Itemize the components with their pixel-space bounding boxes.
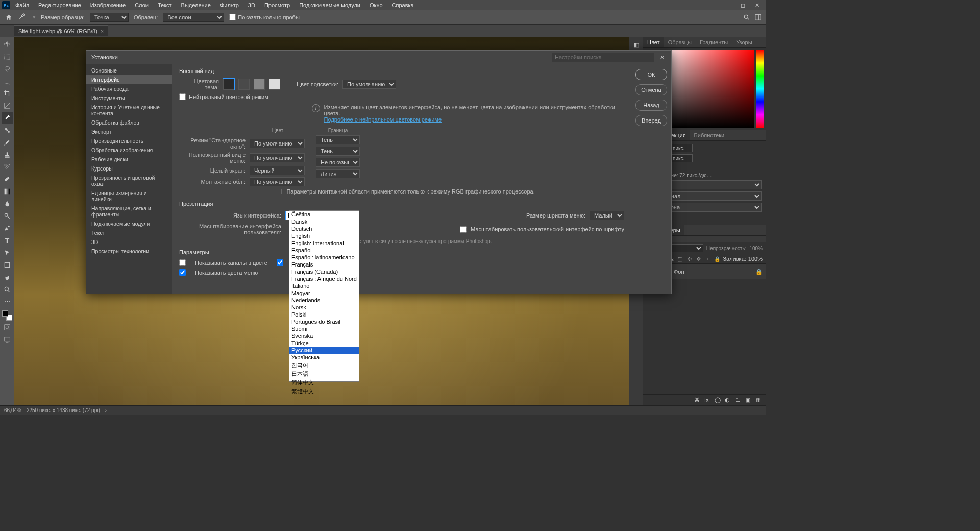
color-swatches[interactable] [2,310,12,321]
prefs-side-item[interactable]: Инструменты [86,93,172,103]
menu-text[interactable]: Текст [154,1,176,9]
shape-tool[interactable] [2,259,13,271]
dynamic-checkbox[interactable] [277,259,283,266]
prefs-side-item[interactable]: Курсоры [86,164,172,173]
prev-button[interactable]: Назад [635,100,667,111]
fx-icon[interactable]: fx [704,397,712,404]
zoom-tool[interactable] [2,284,13,295]
prefs-side-item[interactable]: Экспорт [86,127,172,136]
prefs-side-item[interactable]: История и Учетные данные контента [86,103,172,118]
prefs-side-item[interactable]: Обработка изображения [86,146,172,155]
prefs-side-item[interactable]: Единицы измерения и линейки [86,188,172,204]
gradient-tool[interactable] [2,186,13,197]
language-option[interactable]: Magyar [289,289,359,297]
panel-icon[interactable]: ◧ [631,40,642,50]
theme-swatch-3[interactable] [254,79,265,90]
language-option[interactable]: Українська [289,354,359,361]
ok-button[interactable]: ОК [635,69,667,80]
prefs-side-item[interactable]: Прозрачность и цветовой охват [86,173,172,188]
prefs-side-item[interactable]: Направляющие, сетка и фрагменты [86,204,172,219]
menu-color[interactable]: По умолчанию [250,153,305,162]
menu-edit[interactable]: Редактирование [34,1,85,9]
font-size-select[interactable]: Малый [590,211,624,220]
tab-color[interactable]: Цвет [643,37,664,47]
tab-gradients[interactable]: Градиенты [696,37,732,47]
menu-help[interactable]: Справка [388,1,418,9]
zoom-value[interactable]: 66,04% [4,407,21,413]
lock-all-icon[interactable]: ⬚ [677,255,684,262]
next-button[interactable]: Вперед [635,115,667,126]
lock-icon[interactable]: 🔒 [714,255,721,262]
eyedropper-tool[interactable] [2,112,13,124]
mask-icon[interactable]: ◯ [715,397,722,404]
language-option[interactable]: Türkçe [289,340,359,347]
trash-icon[interactable]: 🗑 [755,397,763,404]
theme-swatch-2[interactable] [238,79,250,90]
tab-patterns[interactable]: Узоры [732,37,756,47]
language-option[interactable]: Svenska [289,332,359,340]
brush-tool[interactable] [2,137,13,148]
prefs-side-item[interactable]: Рабочие диски [86,155,172,164]
sample-select[interactable]: Все слои [163,13,224,22]
menu-select[interactable]: Выделение [177,1,215,9]
tab-libraries[interactable]: Библиотеки [690,130,729,140]
adj-icon[interactable]: ◐ [725,397,732,404]
language-option[interactable]: Português do Brasil [289,318,359,325]
lock-pixels-icon[interactable]: ✢ [686,255,693,262]
language-option[interactable]: English [289,232,359,239]
prefs-side-item[interactable]: Текст [86,228,172,237]
heal-tool[interactable] [2,125,13,136]
art-color[interactable]: По умолчанию [250,177,305,186]
new-layer-icon[interactable]: ▣ [745,397,752,404]
menu-window[interactable]: Окно [365,1,387,9]
language-option[interactable]: Norsk [289,304,359,311]
language-option[interactable]: 한국어 [289,361,359,370]
scale-ui-checkbox[interactable] [460,226,467,233]
language-option[interactable]: English: International [289,239,359,247]
close-tab-icon[interactable]: × [101,28,104,34]
art-border[interactable]: Линия [316,169,360,178]
minimize-icon[interactable]: — [722,1,735,10]
menu-view[interactable]: Просмотр [260,1,294,9]
path-tool[interactable] [2,247,13,258]
highlight-select[interactable]: По умолчанию [342,80,396,89]
home-icon[interactable] [4,13,13,22]
more-tools[interactable]: ⋯ [2,296,13,307]
folder-icon[interactable]: 🗀 [735,397,742,404]
language-option[interactable]: Nederlands [289,297,359,304]
language-option[interactable]: Italiano [289,282,359,289]
prefs-side-item[interactable]: Просмотры технологии [86,247,172,256]
language-option[interactable]: 简体中文 [289,378,359,387]
theme-swatch-1[interactable] [223,79,234,90]
menu-plugins[interactable]: Подключаемые модули [295,1,364,9]
stamp-tool[interactable] [2,149,13,160]
language-option[interactable]: Deutsch [289,225,359,232]
theme-swatch-4[interactable] [269,79,280,90]
language-option[interactable]: Español [289,247,359,254]
show-channels-checkbox[interactable] [179,259,186,266]
cancel-button[interactable]: Отмена [635,84,667,95]
language-option[interactable]: Русский [289,347,359,354]
std-color[interactable]: По умолчанию [250,139,305,148]
language-option[interactable]: Suomi [289,325,359,332]
menu-image[interactable]: Изображение [86,1,130,9]
frame-tool[interactable] [2,100,13,111]
language-option[interactable]: Français [289,261,359,268]
prefs-search[interactable] [552,53,654,62]
move-tool[interactable] [2,39,13,50]
menu-layers[interactable]: Слои [131,1,153,9]
eraser-tool[interactable] [2,174,13,185]
prefs-side-item[interactable]: Подключаемые модули [86,219,172,228]
neutral-link[interactable]: Подробнее о нейтральном цветовом режиме [324,116,442,123]
language-option[interactable]: Español: latinoamericano [289,254,359,261]
history-brush-tool[interactable] [2,161,13,173]
quickmask-tool[interactable] [2,322,13,333]
menu-border[interactable]: Тень [316,147,360,156]
lock-art-icon[interactable]: ▫ [704,255,712,262]
hand-tool[interactable] [2,272,13,283]
prefs-side-item[interactable]: Рабочая среда [86,84,172,93]
prefs-side-item[interactable]: Обработка файлов [86,118,172,127]
lock-pos-icon[interactable]: ✥ [695,255,702,262]
language-option[interactable]: 繁體中文 [289,387,359,396]
tab-swatches[interactable]: Образцы [664,37,696,47]
